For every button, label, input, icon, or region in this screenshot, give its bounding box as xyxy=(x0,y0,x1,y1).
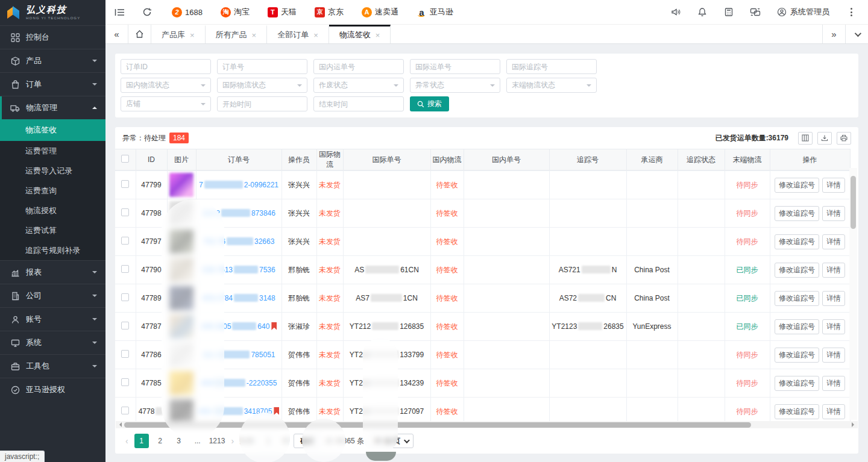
sidebar-item-dashboard[interactable]: 控制台 xyxy=(0,25,105,49)
per-page-select[interactable]: 30 条/页 xyxy=(368,434,414,448)
sidebar-item-company[interactable]: 公司 xyxy=(0,284,105,307)
sidebar-subitem-freight-import-log[interactable]: 运费导入记录 xyxy=(0,161,105,181)
row-checkbox[interactable] xyxy=(121,293,129,301)
column-settings-icon[interactable] xyxy=(798,132,813,145)
marketplace-link-amazon[interactable]: a亚马逊 xyxy=(417,7,453,17)
marketplace-link-aliexpress[interactable]: A速卖通 xyxy=(362,7,398,17)
more-menu-icon[interactable] xyxy=(838,0,864,24)
marketplace-link-tmall[interactable]: T天猫 xyxy=(268,7,297,17)
intl-logistics-status-select[interactable]: 国际物流状态 xyxy=(217,78,307,93)
goto-confirm-button[interactable]: 确定 xyxy=(294,434,321,448)
order-link[interactable]: 111-1785051 xyxy=(203,351,275,359)
search-button[interactable]: 搜索 xyxy=(410,96,449,111)
home-tab-icon[interactable] xyxy=(128,25,151,43)
end-time-input[interactable] xyxy=(313,96,404,111)
modify-tracking-button[interactable]: 修改追踪号 xyxy=(775,206,819,221)
order-link[interactable]: 408-3418705 xyxy=(198,407,272,416)
detail-button[interactable]: 详情 xyxy=(822,348,845,363)
row-checkbox[interactable] xyxy=(121,322,129,329)
close-icon[interactable]: × xyxy=(252,31,257,40)
order-link[interactable]: 249-2805640 xyxy=(201,322,270,331)
domestic-waybill-input[interactable] xyxy=(313,59,404,74)
goto-page-input[interactable] xyxy=(259,434,278,448)
sidebar-subitem-tracking-rule[interactable]: 追踪号规则补录 xyxy=(0,240,105,260)
tabs-scroll-left-icon[interactable]: « xyxy=(105,25,128,43)
domestic-logistics-status-select[interactable]: 国内物流状态 xyxy=(121,78,211,93)
sidebar-item-toolkit[interactable]: 工具包 xyxy=(0,354,105,378)
terminal-logistics-status-select[interactable]: 末端物流状态 xyxy=(506,78,597,93)
modify-tracking-button[interactable]: 修改追踪号 xyxy=(775,291,819,306)
vertical-scrollbar[interactable] xyxy=(849,168,857,420)
order-link[interactable]: 408-2220355 xyxy=(201,379,277,387)
order-link[interactable]: 403-27843148 xyxy=(202,294,275,302)
modify-tracking-button[interactable]: 修改追踪号 xyxy=(775,178,819,193)
sidebar-item-orders[interactable]: 订单 xyxy=(0,72,105,96)
exception-pending-badge[interactable]: 184 xyxy=(169,133,189,143)
modify-tracking-button[interactable]: 修改追踪号 xyxy=(775,234,819,249)
detail-button[interactable]: 详情 xyxy=(822,376,845,391)
start-time-input[interactable] xyxy=(217,96,307,111)
row-checkbox[interactable] xyxy=(121,237,129,245)
sidebar-subitem-freight-management[interactable]: 运费管理 xyxy=(0,141,105,161)
sidebar-item-accounts[interactable]: 账号 xyxy=(0,307,105,331)
detail-button[interactable]: 详情 xyxy=(822,404,845,419)
sidebar-item-products[interactable]: 产品 xyxy=(0,49,105,72)
row-checkbox[interactable] xyxy=(121,265,129,273)
detail-button[interactable]: 详情 xyxy=(822,319,845,334)
sidebar-subitem-freight-query[interactable]: 运费查询 xyxy=(0,181,105,201)
marketplace-link-1688[interactable]: 21688 xyxy=(172,7,203,17)
tabs-menu-chevron-icon[interactable] xyxy=(845,25,868,43)
menu-fold-icon[interactable] xyxy=(105,0,133,24)
order-id-input[interactable] xyxy=(121,59,211,74)
sidebar-item-amazon-auth[interactable]: 亚马逊授权 xyxy=(0,378,105,401)
currency-exchange-icon[interactable] xyxy=(742,0,769,24)
sidebar-subitem-logistics-auth[interactable]: 物流授权 xyxy=(0,201,105,220)
refresh-icon[interactable] xyxy=(133,0,161,24)
sidebar-item-system[interactable]: 系统 xyxy=(0,331,105,354)
select-all-checkbox[interactable] xyxy=(121,155,129,163)
sidebar-item-reports[interactable]: 报表 xyxy=(0,260,105,284)
order-link[interactable]: 026-76137536 xyxy=(202,266,275,274)
modify-tracking-button[interactable]: 修改追踪号 xyxy=(775,263,819,278)
page-3[interactable]: 3 xyxy=(172,434,186,448)
prev-page-icon[interactable]: ‹ xyxy=(124,436,130,446)
detail-button[interactable]: 详情 xyxy=(822,291,845,306)
horizontal-scrollbar[interactable] xyxy=(116,421,858,428)
marketplace-link-taobao[interactable]: 淘淘宝 xyxy=(221,7,250,17)
announcement-icon[interactable] xyxy=(662,0,689,24)
page-2[interactable]: 2 xyxy=(153,434,168,448)
detail-button[interactable]: 详情 xyxy=(822,234,845,249)
close-icon[interactable]: × xyxy=(376,31,380,40)
sidebar-subitem-freight-trial[interactable]: 运费试算 xyxy=(0,220,105,240)
next-page-icon[interactable]: › xyxy=(229,436,236,446)
tab-product-library[interactable]: 产品库× xyxy=(151,25,206,43)
row-checkbox[interactable] xyxy=(121,378,129,386)
intl-tracking-input[interactable] xyxy=(506,59,597,74)
order-link[interactable]: 114-2873846 xyxy=(202,209,275,217)
sidebar-subitem-logistics-signoff[interactable]: 物流签收 xyxy=(0,119,105,141)
modify-tracking-button[interactable]: 修改追踪号 xyxy=(775,348,819,363)
tab-all-orders[interactable]: 全部订单× xyxy=(267,25,329,43)
user-menu[interactable]: 系统管理员 xyxy=(769,0,838,24)
close-icon[interactable]: × xyxy=(190,31,195,40)
tabs-scroll-right-icon[interactable]: » xyxy=(822,25,845,43)
row-checkbox[interactable] xyxy=(121,180,129,188)
detail-button[interactable]: 详情 xyxy=(822,206,845,221)
tab-logistics-signoff[interactable]: 物流签收× xyxy=(329,25,391,43)
modify-tracking-button[interactable]: 修改追踪号 xyxy=(775,319,819,334)
calculator-icon[interactable] xyxy=(715,0,742,24)
void-status-select[interactable]: 作废状态 xyxy=(313,78,404,93)
detail-button[interactable]: 详情 xyxy=(822,263,845,278)
intl-waybill-input[interactable] xyxy=(410,59,500,74)
exception-status-select[interactable]: 异常状态 xyxy=(410,78,500,93)
shop-select[interactable]: 店铺 xyxy=(121,96,211,111)
print-icon[interactable] xyxy=(837,132,851,145)
notification-bell-icon[interactable] xyxy=(689,0,715,24)
row-checkbox[interactable] xyxy=(121,350,129,358)
order-no-input[interactable] xyxy=(217,59,307,74)
modify-tracking-button[interactable]: 修改追踪号 xyxy=(775,376,819,391)
detail-button[interactable]: 详情 xyxy=(822,178,845,193)
modify-tracking-button[interactable]: 修改追踪号 xyxy=(775,404,819,419)
tab-all-products[interactable]: 所有产品× xyxy=(206,25,268,43)
order-link[interactable]: 72-0996221 xyxy=(199,181,278,189)
